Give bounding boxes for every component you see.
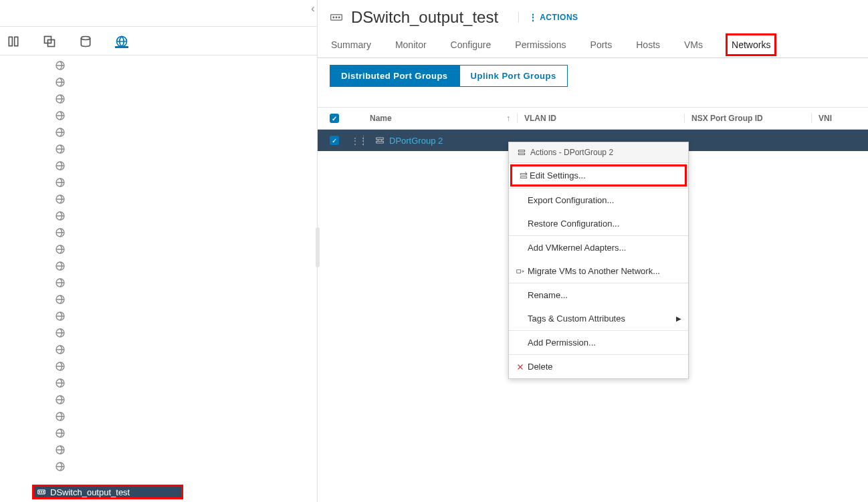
svg-rect-46 <box>520 176 526 178</box>
network-item[interactable] <box>55 57 66 74</box>
portgroup-icon <box>517 148 526 157</box>
svg-rect-44 <box>518 153 524 154</box>
tab-configure[interactable]: Configure <box>449 33 493 57</box>
dswitch-icon <box>37 487 46 497</box>
inventory-nav <box>0 27 317 55</box>
actions-menu-button[interactable]: ⋮ ACTIONS <box>518 12 578 23</box>
tab-hosts[interactable]: Hosts <box>635 33 661 57</box>
network-item[interactable] <box>55 257 66 274</box>
network-item[interactable] <box>55 458 66 475</box>
tab-permissions[interactable]: Permissions <box>514 33 567 57</box>
menu-add-permission[interactable]: Add Permission... <box>509 331 688 354</box>
svg-rect-47 <box>517 269 521 273</box>
sort-asc-icon: ↑ <box>506 114 510 123</box>
tree-selected-dswitch[interactable]: DSwitch_output_test <box>32 485 183 499</box>
network-item[interactable] <box>55 424 66 441</box>
edit-icon <box>519 171 528 180</box>
menu-restore-config[interactable]: Restore Configuration... <box>509 212 688 235</box>
network-item[interactable] <box>55 324 66 341</box>
vertical-dots-icon: ⋮ <box>528 12 537 23</box>
svg-rect-0 <box>9 37 12 45</box>
tab-ports[interactable]: Ports <box>589 33 614 57</box>
menu-migrate-vms[interactable]: Migrate VMs to Another Network... <box>509 259 688 283</box>
inventory-panel: ‹ <box>0 0 318 502</box>
top-strip <box>0 0 317 27</box>
vms-templates-icon[interactable] <box>43 35 56 48</box>
network-item[interactable] <box>55 391 66 408</box>
network-item[interactable] <box>55 124 66 140</box>
network-item[interactable] <box>55 107 66 124</box>
menu-delete[interactable]: Delete <box>509 355 688 378</box>
svg-point-33 <box>41 491 41 492</box>
network-item[interactable] <box>55 274 66 291</box>
context-menu-header: Actions - DPortGroup 2 <box>509 142 688 163</box>
network-item[interactable] <box>55 358 66 374</box>
inventory-tree: › DSwitch_output_test <box>0 55 317 502</box>
delete-icon <box>516 362 525 372</box>
subtab-distributed-port-groups[interactable]: Distributed Port Groups <box>330 65 459 87</box>
page-header: DSwitch_output_test ⋮ ACTIONS <box>318 0 868 33</box>
storage-icon[interactable] <box>79 35 92 48</box>
network-item[interactable] <box>55 74 66 90</box>
svg-point-4 <box>81 37 90 40</box>
menu-add-vmkernel[interactable]: Add VMkernel Adapters... <box>509 236 688 259</box>
network-item[interactable] <box>55 341 66 358</box>
network-item[interactable] <box>55 291 66 307</box>
network-item[interactable] <box>55 224 66 241</box>
tree-selected-label: DSwitch_output_test <box>50 487 130 497</box>
main-tabs: Summary Monitor Configure Permissions Po… <box>318 33 868 58</box>
svg-rect-39 <box>376 138 384 140</box>
menu-rename[interactable]: Rename... <box>509 283 688 307</box>
hosts-clusters-icon[interactable] <box>7 35 20 48</box>
context-menu: Actions - DPortGroup 2 Edit Settings... … <box>508 142 689 379</box>
svg-point-37 <box>336 17 337 18</box>
col-nsx[interactable]: NSX Port Group ID <box>684 114 811 123</box>
portgroup-link[interactable]: DPortGroup 2 <box>389 136 443 146</box>
collapse-left-icon[interactable]: ‹ <box>308 4 318 13</box>
tab-monitor[interactable]: Monitor <box>394 33 428 57</box>
svg-rect-1 <box>15 37 18 45</box>
row-checkbox[interactable]: ✓ <box>330 136 339 145</box>
page-title: DSwitch_output_test <box>351 8 498 27</box>
tab-networks[interactable]: Networks <box>726 33 776 56</box>
network-item[interactable] <box>55 140 66 157</box>
menu-edit-settings[interactable]: Edit Settings... <box>510 164 687 186</box>
network-item[interactable] <box>55 241 66 257</box>
network-item[interactable] <box>55 207 66 224</box>
svg-point-38 <box>338 17 340 18</box>
svg-point-36 <box>333 17 334 18</box>
network-item[interactable] <box>55 191 66 207</box>
dswitch-icon <box>330 11 343 24</box>
networking-icon[interactable] <box>115 35 128 48</box>
tab-summary[interactable]: Summary <box>330 33 372 57</box>
network-item[interactable] <box>55 307 66 324</box>
network-item[interactable] <box>55 90 66 107</box>
migrate-icon <box>516 267 525 276</box>
submenu-arrow-icon: ▶ <box>676 315 681 322</box>
network-item[interactable] <box>55 374 66 391</box>
network-item[interactable] <box>55 408 66 424</box>
network-item[interactable] <box>55 441 66 458</box>
subtab-uplink-port-groups[interactable]: Uplink Port Groups <box>459 65 568 87</box>
select-all-checkbox[interactable]: ✓ <box>330 114 339 123</box>
sub-tabs: Distributed Port Groups Uplink Port Grou… <box>318 58 868 94</box>
svg-rect-40 <box>376 141 384 143</box>
network-item[interactable] <box>55 174 66 191</box>
svg-rect-43 <box>518 150 524 152</box>
table-header: ✓ Name ↑ VLAN ID NSX Port Group ID VNI <box>318 107 868 130</box>
tab-vms[interactable]: VMs <box>683 33 704 57</box>
col-vni[interactable]: VNI <box>811 114 845 123</box>
col-vlan[interactable]: VLAN ID <box>517 114 684 123</box>
actions-label: ACTIONS <box>540 13 578 22</box>
menu-export-config[interactable]: Export Configuration... <box>509 189 688 212</box>
menu-tags[interactable]: Tags & Custom Attributes ▶ <box>509 307 688 330</box>
col-name[interactable]: Name ↑ <box>363 114 517 123</box>
splitter-handle[interactable] <box>316 227 320 267</box>
svg-point-32 <box>39 491 40 492</box>
portgroup-icon <box>374 135 385 146</box>
svg-point-34 <box>43 491 43 492</box>
network-item[interactable] <box>55 157 66 174</box>
